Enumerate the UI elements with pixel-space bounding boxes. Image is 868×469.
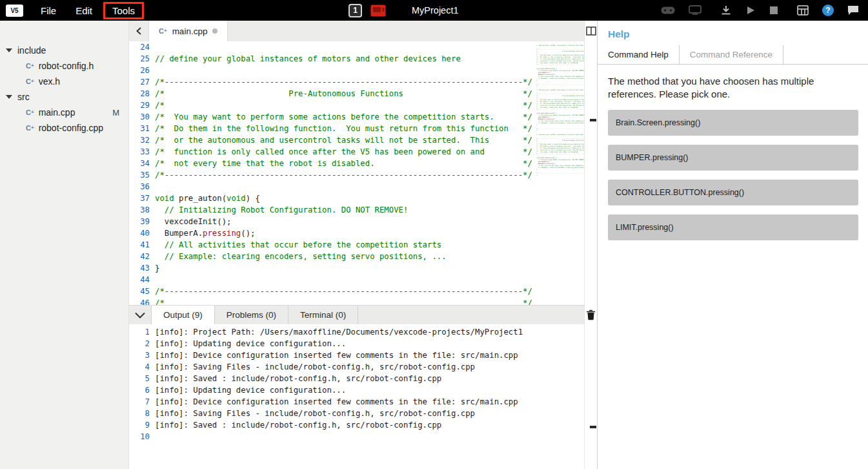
menu-item-tools[interactable]: Tools [103,2,144,19]
code-line[interactable]: 40 BumperA.pressing(); [129,227,584,239]
play-icon[interactable] [745,5,756,16]
split-view-icon[interactable] [586,26,596,38]
line-number[interactable]: 30 [129,111,155,123]
code-line[interactable]: 45/*------------------------------------… [129,286,584,297]
feedback-icon[interactable] [847,5,859,16]
line-number[interactable]: 29 [129,99,155,111]
code-text: // All activities that occur before the … [155,239,441,251]
editor-tab-main-cpp[interactable]: C+ main.cpp [148,21,228,41]
back-chevron-icon[interactable] [134,26,145,36]
code-line[interactable]: 28/* Pre-Autonomous Functions */ [129,88,584,99]
code-editor[interactable]: 2425// define your global instances of m… [129,41,584,305]
slot-badge[interactable]: 1 [348,4,362,17]
code-line[interactable]: 34/* not every time that the robot is di… [129,158,584,169]
line-number[interactable]: 34 [129,158,155,169]
line-number[interactable]: 37 [129,193,155,204]
line-number[interactable]: 25 [129,53,155,65]
code-text: vexcodeInit(); [155,216,231,227]
chevron-down-icon[interactable] [129,306,151,324]
bottom-tab-bar: Output (9)Problems (0)Terminal (0) [129,305,584,324]
line-number[interactable]: 40 [129,227,155,239]
folder-row-src[interactable]: src [0,89,128,105]
file-row-vex-h[interactable]: C+vex.h [0,74,128,89]
line-number[interactable]: 38 [129,204,155,216]
line-number[interactable]: 24 [129,41,155,53]
line-number[interactable]: 43 [129,262,155,274]
help-options: Brain.Screen.pressing()BUMPER.pressing()… [598,110,868,240]
code-line[interactable]: 44 [129,274,584,286]
code-line[interactable]: 27/*------------------------------------… [129,76,584,88]
scrollbar-strip[interactable] [584,21,597,469]
code-line[interactable]: 35/*------------------------------------… [129,169,584,181]
help-option-limit-pressing[interactable]: LIMIT.pressing() [608,214,858,240]
line-number[interactable]: 27 [129,76,155,88]
line-number[interactable]: 32 [129,134,155,146]
file-row-main-cpp[interactable]: C+main.cppM [0,105,128,120]
project-title: MyProject1 [412,5,459,16]
code-line[interactable]: 32/* or the autonomous and usercontrol t… [129,134,584,146]
line-number[interactable]: 35 [129,169,155,181]
code-text: BumperA.pressing(); [155,227,256,239]
code-line[interactable]: 38 // Initializing Robot Configuration. … [129,204,584,216]
line-number[interactable]: 45 [129,286,155,297]
code-line[interactable]: 24 [129,41,584,53]
code-line[interactable]: 46/* */ [129,297,584,305]
bottom-tab-output[interactable]: Output (9) [151,306,215,324]
help-tab-command-reference[interactable]: Command Reference [680,45,783,64]
folder-row-include[interactable]: include [0,43,128,58]
modified-badge: M [112,108,128,118]
output-line: 6[info]: Updating device configuration..… [129,384,584,396]
stop-icon[interactable] [769,6,778,15]
brain-status-icon[interactable] [370,5,386,17]
minimap[interactable]: // define your global instances of motor… [536,43,584,304]
line-number[interactable]: 28 [129,88,155,99]
bottom-tab-terminal[interactable]: Terminal (0) [288,306,358,324]
output-line: 1[info]: Project Path: /Users/maxoffline… [129,326,584,338]
code-line[interactable]: 30/* You may want to perform some action… [129,111,584,123]
code-line[interactable]: 26 [129,65,584,76]
help-icon[interactable]: ? [822,5,834,16]
line-number[interactable]: 33 [129,146,155,158]
line-number[interactable]: 31 [129,123,155,134]
menu-bar: V5 FileEditTools 1 MyProject1 [0,0,868,21]
help-option-bumper-pressing[interactable]: BUMPER.pressing() [608,145,858,171]
code-line[interactable]: 37void pre_auton(void) { [129,193,584,204]
line-number[interactable]: 42 [129,251,155,262]
code-line[interactable]: 36 [129,181,584,193]
line-number[interactable]: 46 [129,297,155,305]
help-option-brain-screen-pressing[interactable]: Brain.Screen.pressing() [608,110,858,136]
download-icon[interactable] [720,5,732,16]
help-tab-command-help[interactable]: Command Help [598,45,680,64]
trash-icon[interactable] [586,309,596,323]
line-number[interactable]: 41 [129,239,155,251]
code-line[interactable]: 25// define your global instances of mot… [129,53,584,65]
line-number[interactable]: 36 [129,181,155,193]
controller-icon[interactable] [661,6,675,15]
scrollbar-mark[interactable] [590,426,596,428]
menu-item-file[interactable]: File [31,0,66,21]
file-row-robot-config-h[interactable]: C+robot-config.h [0,58,128,74]
output-text: [info]: Updating device configuration... [155,384,346,396]
code-line[interactable]: 33/* function is only called once after … [129,146,584,158]
code-line[interactable]: 31/* Do them in the following function. … [129,123,584,134]
help-option-controller-button-pressing[interactable]: CONTROLLER.BUTTON.pressing() [608,180,858,205]
code-line[interactable]: 39 vexcodeInit(); [129,216,584,227]
output-line: 3[info]: Device configuration inserted f… [129,349,584,361]
file-tree: includeC+robot-config.hC+vex.hsrcC+main.… [0,43,128,136]
output-console[interactable]: 1[info]: Project Path: /Users/maxoffline… [129,324,584,469]
menu-item-edit[interactable]: Edit [66,0,102,21]
scrollbar-mark[interactable] [590,119,596,121]
brain-screen-icon[interactable] [689,5,701,16]
code-line[interactable]: 42 // Example: clearing encoders, settin… [129,251,584,262]
code-line[interactable]: 43} [129,262,584,274]
code-line[interactable]: 29/* */ [129,99,584,111]
file-name: robot-config.h [39,61,94,71]
line-number[interactable]: 26 [129,65,155,76]
bottom-tab-problems[interactable]: Problems (0) [215,306,288,324]
device-info-icon[interactable] [797,5,809,16]
code-text: /*--------------------------------------… [155,286,532,297]
code-line[interactable]: 41 // All activities that occur before t… [129,239,584,251]
line-number[interactable]: 44 [129,274,155,286]
line-number[interactable]: 39 [129,216,155,227]
file-row-robot-config-cpp[interactable]: C+robot-config.cpp [0,120,128,136]
